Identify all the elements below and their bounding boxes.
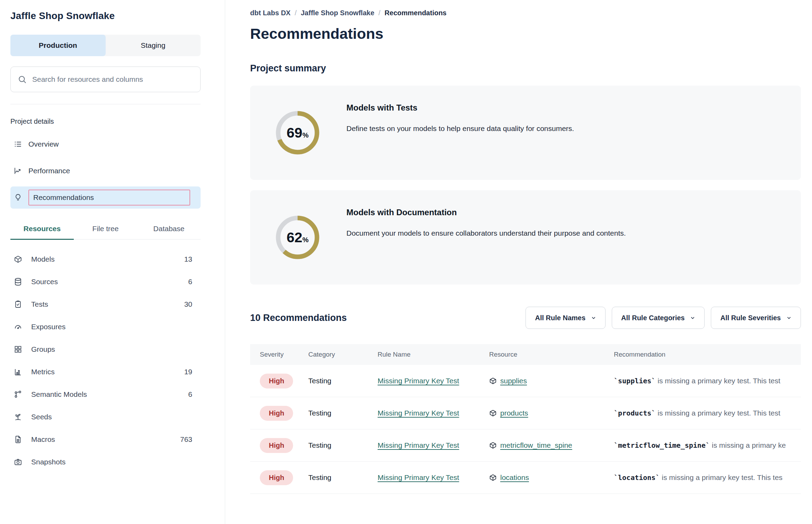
severity-badge: High [260,438,293,453]
sidebar-item-sources[interactable]: Sources 6 [10,270,201,293]
table-row: High Testing Missing Primary Key Test lo… [250,462,801,494]
sidebar-item-semantic-models[interactable]: Semantic Models 6 [10,383,201,405]
sidebar-item-snapshots[interactable]: Snapshots [10,451,201,473]
cube-icon [14,255,22,263]
rule-name-link[interactable]: Missing Primary Key Test [378,473,459,481]
resource-label: Seeds [31,413,183,421]
list-icon [14,140,22,148]
table-row: High Testing Missing Primary Key Test su… [250,365,801,397]
resource-code: `products` [614,409,655,417]
resource-label: Semantic Models [31,390,179,399]
resource-link[interactable]: locations [500,473,529,482]
resource-count: 19 [184,368,192,376]
breadcrumb-item[interactable]: Jaffle Shop Snowflake [301,9,374,17]
app-window: Jaffle Shop Snowflake Production Staging… [0,0,812,524]
rule-name-link[interactable]: Missing Primary Key Test [378,377,459,385]
table-row: High Testing Missing Primary Key Test me… [250,429,801,462]
breadcrumb-item-current: Recommendations [385,9,447,17]
chevron-down-icon [690,315,695,321]
filter-rule-severities[interactable]: All Rule Severities [711,307,801,329]
search-input[interactable] [32,75,193,84]
sidebar-divider [10,104,201,104]
resource-link[interactable]: supplies [500,377,527,385]
tab-database[interactable]: Database [137,220,201,239]
sidebar-item-groups[interactable]: Groups [10,338,201,360]
sidebar-item-exposures[interactable]: Exposures [10,315,201,338]
sidebar-item-models[interactable]: Models 13 [10,248,201,270]
sidebar-item-tests[interactable]: Tests 30 [10,293,201,315]
recommendation-cell: `products` is missing a primary key test… [614,409,801,417]
sidebar-item-metrics[interactable]: Metrics 19 [10,360,201,383]
sidebar: Jaffle Shop Snowflake Production Staging… [0,0,225,524]
filter-rule-names[interactable]: All Rule Names [526,307,606,329]
recommendations-table: Severity Category Rule Name Resource Rec… [250,344,801,494]
project-details-label: Project details [10,117,201,125]
sprout-icon [14,413,22,421]
donut-chart-tests: 69 % [275,110,320,155]
resource-label: Metrics [31,368,175,376]
sidebar-item-overview[interactable]: Overview [10,133,201,155]
rule-name-link[interactable]: Missing Primary Key Test [378,441,459,449]
recommendation-cell: `locations` is missing a primary key tes… [614,473,801,482]
project-title: Jaffle Shop Snowflake [10,10,201,21]
project-summary-heading: Project summary [250,63,801,74]
recommendation-text: is missing a primary key test. This tes [660,473,782,481]
breadcrumb-item[interactable]: dbt Labs DX [250,9,291,17]
main-content: dbt Labs DX / Jaffle Shop Snowflake / Re… [225,0,812,524]
recommendation-text: is missing a primary key test. This test [655,377,780,385]
resource-link[interactable]: products [500,409,528,417]
breadcrumb-separator: / [379,9,381,17]
summary-card-models-with-tests: 69 % Models with Tests Define tests on y… [250,86,801,180]
recommendations-header: 10 Recommendations All Rule Names All Ru… [250,307,801,329]
table-row: High Testing Missing Primary Key Test pr… [250,397,801,429]
sidebar-item-macros[interactable]: Macros 763 [10,428,201,451]
resource-link[interactable]: metricflow_time_spine [500,441,572,449]
resource-label: Exposures [31,323,183,331]
resource-label: Tests [31,300,175,308]
resource-list: Models 13 Sources 6 Tests 30 [10,248,201,473]
database-icon [14,278,22,286]
category-cell: Testing [308,409,378,417]
trend-icon [14,167,22,175]
rule-name-link[interactable]: Missing Primary Key Test [378,409,459,417]
camera-icon [14,458,22,466]
breadcrumb: dbt Labs DX / Jaffle Shop Snowflake / Re… [250,9,801,17]
resource-count: 13 [184,255,192,263]
tab-resources[interactable]: Resources [10,220,74,239]
lightbulb-icon [14,193,22,202]
tab-production[interactable]: Production [10,35,106,56]
cube-icon [489,377,497,385]
filter-bar: All Rule Names All Rule Categories All R… [526,307,801,329]
share-icon [14,390,22,399]
card-description: Define tests on your models to help ensu… [346,124,574,133]
recommendation-cell: `supplies` is missing a primary key test… [614,377,801,385]
sidebar-item-seeds[interactable]: Seeds [10,405,201,428]
resource-label: Sources [31,278,179,286]
severity-badge: High [260,470,293,485]
filter-rule-categories[interactable]: All Rule Categories [612,307,705,329]
sidebar-item-recommendations[interactable]: Recommendations [10,186,201,209]
sidebar-item-label: Overview [28,140,190,148]
recommendation-text: is missing a primary key test. This test [655,409,780,417]
gauge-icon [14,323,22,331]
cube-icon [489,474,497,481]
resource-label: Groups [31,345,183,353]
severity-badge: High [260,374,293,388]
resource-label: Snapshots [31,458,183,466]
environment-switcher: Production Staging [10,35,201,56]
chevron-down-icon [786,315,792,321]
page-title: Recommendations [250,25,801,42]
sidebar-item-performance[interactable]: Performance [10,160,201,182]
card-description: Document your models to ensure collabora… [346,229,626,237]
resource-count: 763 [180,435,192,444]
tab-staging[interactable]: Staging [106,35,201,56]
resource-label: Macros [31,435,171,444]
tab-file-tree[interactable]: File tree [74,220,137,239]
recommendation-cell: `metricflow_time_spine` is missing a pri… [614,441,801,449]
card-title: Models with Documentation [346,208,626,217]
resource-count: 6 [188,390,192,399]
search-box[interactable] [10,67,201,92]
category-cell: Testing [308,377,378,385]
recommendations-count-heading: 10 Recommendations [250,313,347,323]
column-header-category: Category [308,351,378,358]
